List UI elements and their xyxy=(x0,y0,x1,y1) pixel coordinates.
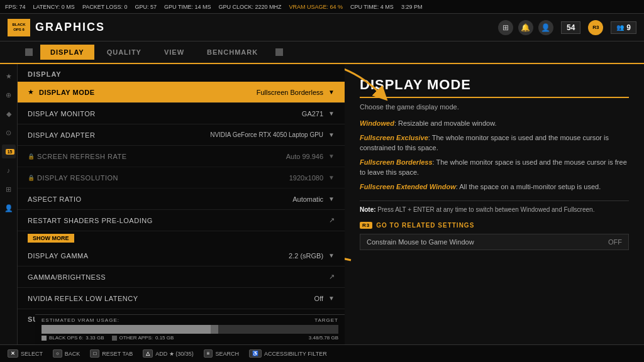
setting-restart-shaders[interactable]: Restart Shaders Pre-Loading ↗ xyxy=(18,210,345,231)
lock-icon-refresh: 🔒 xyxy=(28,153,35,160)
chevron-icon-resolution: ▼ xyxy=(328,174,335,181)
setting-brightness[interactable]: Gamma/Brightness ↗ xyxy=(18,266,345,288)
option-windowed: Windowed: Resizable and movable window. xyxy=(360,118,629,129)
sidebar-item-gamepad[interactable]: ⊙ xyxy=(2,126,16,140)
logo-text: BLACKOPS 6 xyxy=(13,23,26,31)
vram-labels: ESTIMATED VRAM USAGE: TARGET xyxy=(42,317,338,323)
legend-dot-bo6 xyxy=(42,336,47,341)
packet-loss: PACKET LOSS: 0 xyxy=(82,4,128,10)
setting-label-refresh: Screen Refresh Rate xyxy=(37,153,286,160)
logo-box: BLACKOPS 6 xyxy=(8,19,30,36)
bo6-value: 3.33 GB xyxy=(86,335,104,341)
chevron-icon: ▼ xyxy=(328,89,335,96)
chevron-icon-aspect: ▼ xyxy=(328,195,335,202)
action-search[interactable]: ≡ SEARCH xyxy=(204,349,239,358)
tab-icon-right xyxy=(275,48,283,56)
vram-legend: BLACK OPS 6: 3.33 GB OTHER APPS: 0.15 GB xyxy=(42,335,174,341)
vram-total: 3.48/5.78 GB xyxy=(309,335,338,341)
sidebar-item-star[interactable]: ★ xyxy=(2,69,16,83)
sidebar-item-plus[interactable]: ⊕ xyxy=(2,88,16,102)
setting-reflex[interactable]: NVIDIA Reflex Low Latency Off ▼ xyxy=(18,288,345,309)
setting-value-adapter: NVIDIA GeForce RTX 4050 Laptop GPU xyxy=(210,131,323,138)
page-title: GRAPHICS xyxy=(35,21,105,34)
setting-refresh-rate[interactable]: 🔒 Screen Refresh Rate Auto 99.946 ▼ xyxy=(18,146,345,167)
display-section-header: DISPLAY xyxy=(18,67,345,82)
players-value: 9 xyxy=(626,23,631,32)
vram-usage-hud: VRAM USAGE: 64 % xyxy=(289,4,343,10)
sidebar-item-user[interactable]: 👤 xyxy=(2,201,16,215)
players-badge: 👥 9 xyxy=(611,21,636,34)
gpu-clock: GPU CLOCK: 2220 MHZ xyxy=(218,4,281,10)
setting-label-brightness: Gamma/Brightness xyxy=(28,273,329,281)
show-more-btn[interactable]: Show More xyxy=(18,231,345,245)
other-label: OTHER APPS: xyxy=(119,335,153,341)
setting-value-monitor: GA271 xyxy=(302,110,323,118)
action-back[interactable]: ○ BACK xyxy=(53,349,80,358)
legend-bo6: BLACK OPS 6: 3.33 GB xyxy=(42,335,104,341)
action-accessibility[interactable]: ♿ ACCESSIBILITY FILTER xyxy=(249,349,327,358)
tab-display[interactable]: DISPLAY xyxy=(40,45,94,60)
legend-other: OTHER APPS: 0.15 GB xyxy=(112,335,174,341)
setting-label-display-mode: Display Mode xyxy=(39,89,257,96)
clock-time: 3:29 PM xyxy=(401,4,423,10)
setting-value-gamma: 2.2 (sRGB) xyxy=(289,252,323,260)
avatar-icon[interactable]: 👤 xyxy=(538,20,553,35)
setting-gamma[interactable]: Display Gamma 2.2 (sRGB) ▼ xyxy=(18,245,345,266)
chevron-icon-monitor: ▼ xyxy=(328,110,335,117)
action-reset[interactable]: □ RESET TAB xyxy=(90,349,133,358)
info-options-list: Windowed: Resizable and movable window. … xyxy=(360,118,629,192)
setting-value-display-mode: Fullscreen Borderless xyxy=(257,89,323,96)
grid-icon[interactable]: ⊞ xyxy=(498,20,513,35)
info-subtitle: Choose the game display mode. xyxy=(360,103,629,111)
sidebar-item-diamond[interactable]: ◆ xyxy=(2,107,16,121)
tab-benchmark[interactable]: BENCHMARK xyxy=(197,45,268,60)
action-add[interactable]: △ ADD ★ (30/35) xyxy=(143,349,194,358)
logo-area: BLACKOPS 6 GRAPHICS xyxy=(8,19,105,36)
info-note: Note: Press ALT + ENTER at any time to s… xyxy=(360,200,629,213)
r3-icon[interactable]: R3 xyxy=(588,20,603,35)
cpu-time: CPU TIME: 4 MS xyxy=(350,4,394,10)
setting-label-gamma: Display Gamma xyxy=(28,252,289,260)
setting-resolution[interactable]: 🔒 Display Resolution 1920x1080 ▼ xyxy=(18,167,345,189)
lock-icon-resolution: 🔒 xyxy=(28,175,35,181)
notification-icon[interactable]: 🔔 xyxy=(518,20,533,35)
hud-bar: FPS: 74 LATENCY: 0 MS PACKET LOSS: 0 GPU… xyxy=(0,0,644,14)
setting-display-adapter[interactable]: Display Adapter NVIDIA GeForce RTX 4050 … xyxy=(18,124,345,146)
vram-bar-other xyxy=(211,325,218,334)
setting-display-monitor[interactable]: Display Monitor GA271 ▼ xyxy=(18,103,345,124)
vram-bar-labels: BLACK OPS 6: 3.33 GB OTHER APPS: 0.15 GB… xyxy=(42,335,338,341)
info-panel: Display Mode Choose the game display mod… xyxy=(345,64,644,344)
tab-quality[interactable]: QUALITY xyxy=(97,45,152,60)
setting-value-refresh: Auto 99.946 xyxy=(286,153,323,160)
add-label: ADD ★ (30/35) xyxy=(155,351,194,357)
option-fullscreen-borderless: Fullscreen Borderless: The whole monitor… xyxy=(360,157,629,178)
tab-view[interactable]: VIEW xyxy=(154,45,194,60)
header: BLACKOPS 6 GRAPHICS ⊞ 🔔 👤 54 R3 👥 9 xyxy=(0,14,644,41)
arrow-annotation-2 xyxy=(345,241,357,282)
gpu-usage: GPU: 57 xyxy=(135,4,157,10)
header-right: ⊞ 🔔 👤 54 R3 👥 9 xyxy=(498,20,636,35)
related-btn-icon: R3 xyxy=(360,222,372,229)
setting-aspect-ratio[interactable]: Aspect Ratio Automatic ▼ xyxy=(18,189,345,210)
related-settings-header: R3 GO TO RELATED SETTINGS xyxy=(360,222,629,229)
chevron-icon-refresh: ▼ xyxy=(328,153,335,160)
setting-value-aspect: Automatic xyxy=(292,195,323,203)
sidebar-item-edit[interactable]: ✎ 15 xyxy=(2,145,16,158)
back-btn: ○ xyxy=(53,349,62,358)
sidebar-item-audio[interactable]: ♪ xyxy=(2,163,16,177)
sidebar-item-grid[interactable]: ⊞ xyxy=(2,182,16,196)
star-icon: ★ xyxy=(28,88,34,96)
sidebar-badge: 15 xyxy=(6,149,14,155)
sidebar-icons: ★ ⊕ ◆ ⊙ ✎ 15 ♪ ⊞ 👤 xyxy=(0,64,18,344)
gpu-time: GPU TIME: 14 MS xyxy=(164,4,211,10)
vram-bar xyxy=(42,325,338,334)
settings-scroll: DISPLAY ★ Display Mode Fullscreen Border… xyxy=(18,64,345,344)
setting-display-mode[interactable]: ★ Display Mode Fullscreen Borderless ▼ xyxy=(18,82,345,103)
search-label: SEARCH xyxy=(215,351,239,357)
action-select[interactable]: ✕ SELECT xyxy=(8,349,43,358)
export-icon-brightness: ↗ xyxy=(329,273,335,281)
score-value: 54 xyxy=(567,23,575,32)
related-row-constrain[interactable]: Constrain Mouse to Game Window OFF xyxy=(360,234,629,250)
action-bar: ✕ SELECT ○ BACK □ RESET TAB △ ADD ★ (30/… xyxy=(0,344,644,362)
reset-label: RESET TAB xyxy=(102,351,133,357)
